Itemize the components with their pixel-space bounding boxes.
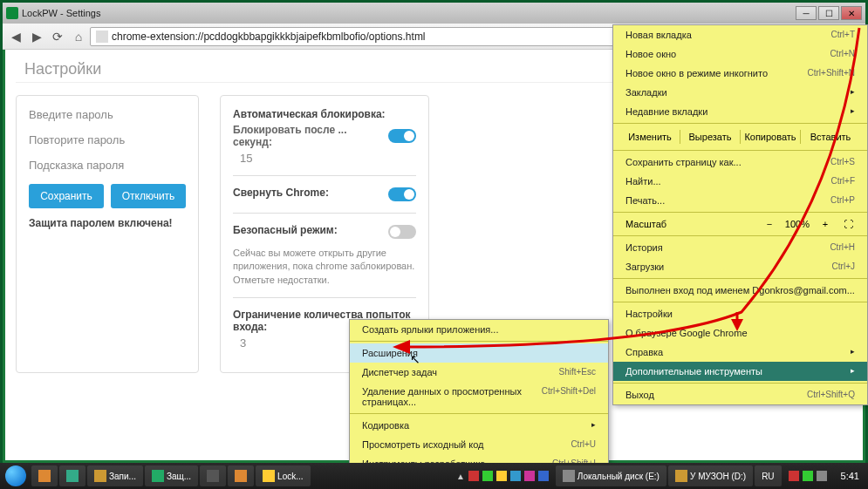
menu-new-tab[interactable]: Новая вкладкаCtrl+T [613,25,867,44]
tray-icon[interactable]: ▲ [456,472,465,481]
zoom-in[interactable]: + [818,219,832,229]
app-icon [6,7,18,19]
taskbar-item[interactable] [200,465,226,486]
tray-icon[interactable] [468,471,479,481]
password-hint-input[interactable]: Подсказка пароля [29,159,186,172]
forward-button[interactable]: ▶ [27,27,46,46]
chrome-main-menu: Новая вкладкаCtrl+T Новое окноCtrl+N Нов… [612,24,868,405]
tray: ▲ [451,471,554,481]
menu-bookmarks[interactable]: Закладки▸ [613,83,867,102]
menu-about[interactable]: О браузере Google Chrome [613,323,867,343]
autolock-toggle[interactable] [388,129,416,143]
menu-signed-in[interactable]: Выполнен вход под именем Dgonkros@gmail.… [613,281,867,300]
start-button[interactable] [2,465,30,487]
lock-seconds[interactable]: 15 [240,152,416,165]
password-repeat-input[interactable]: Повторите пароль [29,133,186,146]
url-text: chrome-extension://pcddogkbbapgikkkbjaip… [112,31,426,43]
menu-cut[interactable]: Вырезать [680,130,741,144]
menu-zoom: Масштаб − 100% + ⛶ [613,214,867,234]
taskbar-item[interactable]: Lock... [256,465,310,486]
tray-icon[interactable] [482,471,493,481]
volume-icon[interactable] [817,471,827,481]
autolock-label: Автоматическая блокировка: [233,108,416,120]
menu-history[interactable]: ИсторияCtrl+H [613,238,867,257]
cursor-icon: ↖ [410,352,420,366]
maximize-button[interactable]: ☐ [818,6,839,20]
taskbar-disk[interactable]: Локальный диск (E:) [556,465,666,486]
taskbar: Запи... Защ... Lock... ▲ Локальный диск … [0,463,868,489]
taskbar-item[interactable] [228,465,254,486]
submenu-clear-data[interactable]: Удаление данных о просмотренных страница… [350,382,608,411]
menu-settings[interactable]: Настройки [613,304,867,323]
menu-downloads[interactable]: ЗагрузкиCtrl+J [613,257,867,276]
menu-paste[interactable]: Вставить [801,130,860,144]
menu-print[interactable]: Печать...Ctrl+P [613,191,867,210]
language-indicator[interactable]: RU [755,465,781,486]
minimize-label: Свернуть Chrome: [233,187,329,199]
clock[interactable]: 5:41 [834,471,866,481]
menu-more-tools[interactable]: Дополнительные инструменты▸ [613,362,867,381]
window-title: LockPW - Settings [22,8,796,18]
taskbar-muzon[interactable]: УМУЗОН (D:) [668,465,753,486]
minimize-toggle[interactable] [388,187,416,201]
reload-button[interactable]: ⟳ [48,27,67,46]
tray-icon[interactable] [803,471,813,481]
save-button[interactable]: Сохранить [29,184,104,208]
menu-recent-tabs[interactable]: Недавние вкладки▸ [613,102,867,121]
zoom-out[interactable]: − [762,219,776,229]
menu-incognito[interactable]: Новое окно в режиме инкогнитоCtrl+Shift+… [613,64,867,83]
password-input[interactable]: Введите пароль [29,108,186,121]
tray-icon[interactable] [524,471,535,481]
tray-icon[interactable] [510,471,521,481]
submenu-shortcuts[interactable]: Создать ярлыки приложения... [350,320,608,339]
safemode-toggle[interactable] [388,225,416,239]
taskbar-item[interactable]: Запи... [87,465,143,486]
password-card: Введите пароль Повторите пароль Подсказк… [16,95,199,373]
taskbar-item[interactable] [59,465,85,486]
address-bar[interactable]: chrome-extension://pcddogkbbapgikkkbjaip… [90,27,703,46]
safemode-label: Безопасный режим: [233,224,338,236]
taskbar-item[interactable] [31,465,58,486]
status-text: Защита паролем включена! [29,217,186,229]
home-button[interactable]: ⌂ [69,27,88,46]
menu-new-window[interactable]: Новое окноCtrl+N [613,44,867,64]
disable-button[interactable]: Отключить [111,184,186,208]
safemode-note: Сейчас вы можете открыть другие приложен… [233,247,416,287]
menu-save-as[interactable]: Сохранить страницу как...Ctrl+S [613,153,867,172]
menu-exit[interactable]: ВыходCtrl+Shift+Q [613,385,867,404]
titlebar: LockPW - Settings ─ ☐ ✕ [3,3,865,24]
submenu-encoding[interactable]: Кодировка▸ [350,416,608,435]
menu-edit-row: Изменить Вырезать Копировать Вставить [613,126,867,148]
close-button[interactable]: ✕ [841,6,862,20]
tray-icon[interactable] [496,471,507,481]
submenu-view-source[interactable]: Просмотреть исходный кодCtrl+U [350,435,608,454]
lockafter-label: Блокировать после ... секунд: [233,124,388,148]
tray-icon[interactable] [538,471,549,481]
menu-help[interactable]: Справка▸ [613,343,867,362]
tray-icon[interactable] [789,471,799,481]
menu-copy[interactable]: Копировать [741,130,801,144]
submenu-extensions[interactable]: Расширения [350,343,608,363]
page-icon [96,31,108,43]
menu-find[interactable]: Найти...Ctrl+F [613,172,867,191]
submenu-taskmgr[interactable]: Диспетчер задачShift+Esc [350,363,608,382]
back-button[interactable]: ◀ [6,27,25,46]
taskbar-item[interactable]: Защ... [145,465,198,486]
minimize-button[interactable]: ─ [796,6,817,20]
fullscreen-icon[interactable]: ⛶ [841,219,855,229]
zoom-value: 100% [785,219,810,229]
menu-edit-label: Изменить [620,130,680,144]
